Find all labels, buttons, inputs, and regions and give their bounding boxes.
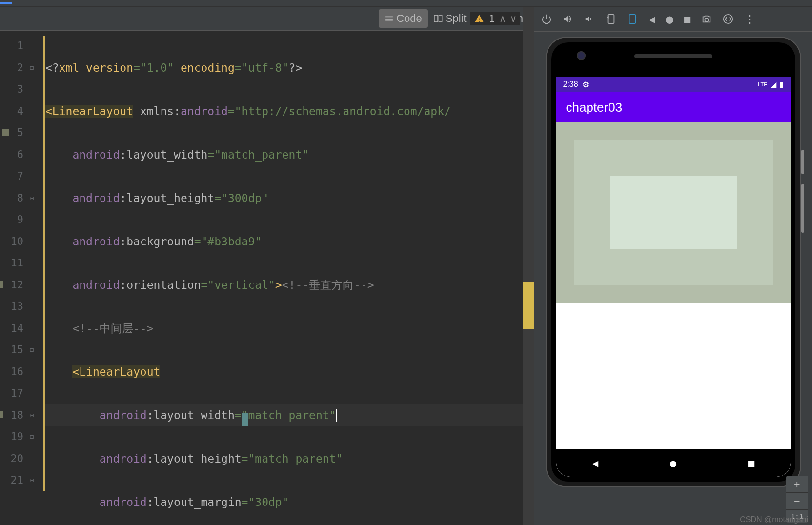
overview-icon[interactable]: ■: [684, 13, 690, 25]
phone-side-button: [801, 184, 804, 233]
zoom-in-button[interactable]: +: [786, 476, 808, 493]
back-icon[interactable]: ◀: [649, 13, 655, 25]
prev-warning-icon[interactable]: ∧: [500, 13, 506, 24]
rotate-right-icon[interactable]: [627, 14, 638, 24]
fold-icon[interactable]: ⊟: [28, 469, 35, 476]
warning-icon: [474, 14, 484, 23]
status-bar: 2:38 ⚙ LTE ◢ ▮: [556, 77, 791, 92]
nav-back-icon[interactable]: ◀: [592, 457, 598, 469]
phone-speaker: [634, 54, 712, 58]
minimap[interactable]: [523, 7, 534, 525]
emulator-pane: ◀ ● ■ ⋮ 2:38 ⚙: [534, 7, 812, 525]
emulator-body: 2:38 ⚙ LTE ◢ ▮ chapter03: [534, 32, 812, 525]
editor-pane: Code Split Design 1 2 3 4 5 6 7 8 9: [0, 7, 534, 525]
nav-bar: ◀ ● ■: [556, 449, 791, 477]
phone-side-button: [801, 150, 804, 174]
svg-rect-0: [434, 15, 438, 22]
gear-icon: ⚙: [582, 80, 589, 89]
app-content: [556, 122, 791, 449]
status-network: LTE: [758, 81, 767, 87]
fold-icon[interactable]: ⊟: [28, 404, 35, 411]
battery-icon: ▮: [779, 80, 784, 89]
nav-home-icon[interactable]: ●: [670, 457, 676, 469]
tab-split[interactable]: Split: [428, 9, 472, 28]
middle-layout: [574, 140, 773, 285]
gutter-color-mark[interactable]: [0, 281, 3, 288]
warning-badge[interactable]: 1 ∧ ∨: [470, 12, 520, 25]
screenshot-icon[interactable]: [701, 14, 712, 24]
more-icon[interactable]: ⋮: [744, 13, 755, 25]
watermark: CSDN @motangshi: [740, 515, 808, 524]
emulator-toolbar: ◀ ● ■ ⋮: [534, 7, 812, 32]
svg-rect-1: [439, 15, 442, 22]
gutter-color-mark[interactable]: [2, 129, 9, 136]
volume-down-icon[interactable]: [584, 14, 595, 24]
phone-screen[interactable]: 2:38 ⚙ LTE ◢ ▮ chapter03: [556, 77, 791, 477]
zoom-out-button[interactable]: −: [786, 493, 808, 510]
phone-frame: 2:38 ⚙ LTE ◢ ▮ chapter03: [547, 38, 800, 486]
code-area[interactable]: <?xml version="1.0" encoding="utf-8"?> <…: [45, 30, 534, 525]
app-title: chapter03: [566, 100, 623, 115]
tab-split-label: Split: [446, 12, 467, 25]
record-icon[interactable]: [723, 14, 733, 24]
file-tabs: [0, 0, 812, 7]
fold-icon[interactable]: ⊟: [28, 187, 35, 194]
fold-icon[interactable]: ⊟: [28, 57, 35, 64]
rotate-left-icon[interactable]: [606, 14, 616, 24]
warning-count: 1: [489, 13, 495, 24]
app-bar: chapter03: [556, 92, 791, 122]
volume-up-icon[interactable]: [563, 14, 573, 24]
fold-icon[interactable]: ⊟: [28, 426, 35, 433]
next-warning-icon[interactable]: ∨: [510, 13, 516, 24]
home-icon[interactable]: ●: [666, 12, 673, 26]
line-gutter: 1 2 3 4 5 6 7 8 9 10 11 12 13 14 15 16 1…: [0, 30, 29, 525]
power-icon[interactable]: [541, 14, 552, 24]
fold-icon[interactable]: ⊟: [28, 339, 35, 346]
status-time: 2:38: [563, 80, 578, 89]
phone-camera: [577, 51, 586, 60]
gutter-color-mark[interactable]: [0, 411, 3, 418]
fold-gutter: ⊟ ⊟ ⊟ ⊟ ⊟ ⊟: [29, 30, 43, 525]
nav-overview-icon[interactable]: ■: [748, 457, 754, 469]
outer-layout: [556, 122, 791, 303]
inner-view: [610, 176, 737, 249]
signal-icon: ◢: [771, 80, 776, 89]
tab-active[interactable]: [0, 2, 12, 4]
tab-code-label: Code: [396, 12, 422, 25]
tab-code[interactable]: Code: [379, 9, 428, 28]
